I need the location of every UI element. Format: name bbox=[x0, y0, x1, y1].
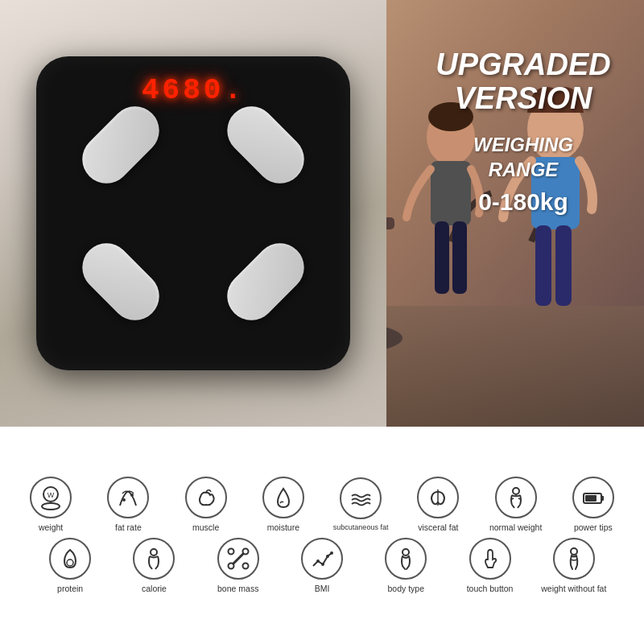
svg-rect-23 bbox=[585, 495, 597, 502]
upgraded-version-text: UPGRADED VERSION bbox=[419, 48, 628, 116]
svg-point-34 bbox=[330, 551, 333, 555]
weighing-range-value: 0-180kg bbox=[419, 188, 628, 216]
metric-power-tips: power tips bbox=[557, 477, 630, 533]
pad-bottom-right bbox=[217, 233, 314, 330]
metrics-grid: W weight fat rate bbox=[4, 477, 640, 593]
svg-text:W: W bbox=[47, 491, 55, 499]
metric-touch-button: touch button bbox=[454, 538, 526, 594]
moisture-icon bbox=[262, 477, 304, 518]
body-type-icon bbox=[385, 538, 427, 580]
body-type-label: body type bbox=[387, 584, 424, 594]
upgrade-text-block: UPGRADED VERSION WEIGHING RANGE 0-180kg bbox=[419, 48, 628, 216]
weight-without-fat-label: weight without fat bbox=[541, 584, 606, 594]
metric-muscle: muscle bbox=[170, 477, 242, 533]
touch-button-label: touch button bbox=[467, 584, 514, 594]
moisture-label: moisture bbox=[267, 522, 299, 533]
metric-protein: protein bbox=[34, 538, 106, 594]
weight-without-fat-icon bbox=[553, 538, 595, 580]
svg-rect-14 bbox=[452, 221, 467, 294]
svg-point-37 bbox=[571, 548, 577, 555]
bone-mass-icon bbox=[217, 538, 259, 580]
svg-point-32 bbox=[321, 563, 324, 566]
svg-point-29 bbox=[242, 564, 248, 569]
svg-point-30 bbox=[228, 549, 233, 555]
svg-point-18 bbox=[122, 498, 126, 502]
svg-point-33 bbox=[326, 555, 329, 558]
protein-label: protein bbox=[57, 584, 83, 594]
normal-weight-icon bbox=[495, 477, 537, 518]
power-tips-label: power tips bbox=[574, 522, 613, 533]
muscle-label: muscle bbox=[192, 522, 219, 533]
fat-rate-label: fat rate bbox=[115, 522, 142, 533]
bone-mass-label: bone mass bbox=[217, 584, 258, 594]
svg-point-20 bbox=[513, 488, 519, 494]
svg-point-25 bbox=[151, 549, 157, 555]
svg-point-24 bbox=[67, 559, 73, 566]
metrics-row-1: W weight fat rate bbox=[12, 477, 632, 533]
top-section: UPGRADED VERSION WEIGHING RANGE 0-180kg … bbox=[0, 0, 644, 427]
svg-rect-9 bbox=[555, 225, 572, 306]
power-tips-icon bbox=[572, 477, 614, 518]
pad-top-right bbox=[217, 97, 314, 193]
svg-rect-8 bbox=[535, 225, 551, 306]
calorie-icon bbox=[133, 538, 175, 580]
svg-rect-13 bbox=[435, 221, 449, 294]
svg-point-31 bbox=[316, 559, 320, 563]
pad-bottom-left bbox=[72, 233, 169, 330]
weight-icon: W bbox=[30, 477, 72, 518]
fat-rate-icon bbox=[107, 477, 149, 518]
scale-device: 4680. bbox=[36, 56, 350, 370]
subcutaneous-fat-icon bbox=[340, 477, 382, 519]
visceral-fat-icon bbox=[417, 477, 459, 518]
metric-moisture: moisture bbox=[247, 477, 320, 533]
metric-weight-without-fat: weight without fat bbox=[538, 538, 610, 594]
pad-top-left bbox=[72, 97, 169, 193]
svg-line-26 bbox=[233, 553, 244, 564]
visceral-fat-label: visceral fat bbox=[418, 522, 458, 533]
svg-point-19 bbox=[130, 493, 134, 497]
metrics-row-2: protein calorie bbox=[12, 538, 632, 594]
scale-display: 4680. bbox=[142, 74, 245, 107]
weighing-range-label: WEIGHING RANGE bbox=[419, 132, 628, 182]
bottom-section: W weight fat rate bbox=[0, 427, 644, 644]
metric-bmi: BMI bbox=[286, 538, 358, 594]
svg-point-35 bbox=[402, 549, 409, 555]
metric-fat-rate: fat rate bbox=[92, 477, 164, 533]
svg-point-27 bbox=[228, 564, 233, 569]
svg-point-16 bbox=[42, 503, 60, 510]
metric-visceral-fat: visceral fat bbox=[402, 477, 474, 533]
metric-normal-weight: normal weight bbox=[480, 477, 552, 533]
svg-point-28 bbox=[242, 549, 248, 555]
metric-weight: W weight bbox=[14, 477, 87, 533]
scale-area: 4680. bbox=[0, 0, 386, 427]
metric-calorie: calorie bbox=[118, 538, 190, 594]
bmi-icon bbox=[301, 538, 343, 580]
muscle-icon bbox=[185, 477, 227, 518]
metric-bone-mass: bone mass bbox=[202, 538, 275, 594]
subcutaneous-fat-label: subcutaneous fat bbox=[333, 523, 389, 532]
svg-rect-22 bbox=[601, 496, 604, 501]
normal-weight-label: normal weight bbox=[489, 522, 542, 533]
calorie-label: calorie bbox=[142, 584, 167, 594]
metric-body-type: body type bbox=[369, 538, 442, 594]
weight-label: weight bbox=[39, 522, 63, 533]
metric-subcutaneous-fat: subcutaneous fat bbox=[324, 477, 397, 532]
bmi-label: BMI bbox=[315, 584, 330, 594]
touch-button-icon bbox=[469, 538, 511, 580]
protein-icon bbox=[49, 538, 91, 580]
